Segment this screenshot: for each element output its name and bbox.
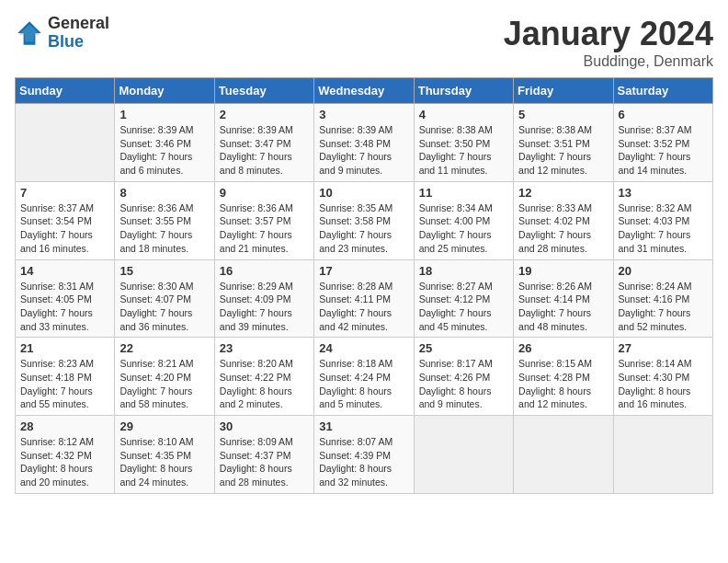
day-info: Sunrise: 8:14 AMSunset: 4:30 PMDaylight:…	[619, 357, 708, 411]
calendar-cell: 26Sunrise: 8:15 AMSunset: 4:28 PMDayligh…	[514, 338, 613, 416]
weekday-header-sunday: Sunday	[16, 78, 115, 104]
day-number: 7	[20, 186, 109, 200]
day-info: Sunrise: 8:18 AMSunset: 4:24 PMDaylight:…	[319, 357, 408, 411]
month-title: January 2024	[504, 15, 713, 53]
day-info: Sunrise: 8:36 AMSunset: 3:57 PMDaylight:…	[220, 201, 309, 256]
calendar-cell: 23Sunrise: 8:20 AMSunset: 4:22 PMDayligh…	[214, 338, 313, 416]
day-number: 6	[619, 108, 708, 121]
day-info: Sunrise: 8:07 AMSunset: 4:39 PMDaylight:…	[319, 435, 408, 489]
calendar-cell: 27Sunrise: 8:14 AMSunset: 4:30 PMDayligh…	[613, 338, 712, 416]
calendar-cell: 18Sunrise: 8:27 AMSunset: 4:12 PMDayligh…	[414, 259, 513, 338]
calendar-cell: 3Sunrise: 8:39 AMSunset: 3:48 PMDaylight…	[314, 104, 414, 182]
calendar-cell	[514, 416, 613, 494]
weekday-header-row: SundayMondayTuesdayWednesdayThursdayFrid…	[16, 78, 713, 104]
svg-marker-1	[19, 24, 40, 41]
day-number: 9	[220, 186, 309, 200]
weekday-header-friday: Friday	[514, 78, 613, 104]
calendar-cell: 14Sunrise: 8:31 AMSunset: 4:05 PMDayligh…	[16, 259, 115, 338]
calendar-cell	[16, 104, 115, 182]
day-number: 16	[220, 264, 309, 278]
calendar-cell: 21Sunrise: 8:23 AMSunset: 4:18 PMDayligh…	[16, 338, 115, 416]
calendar-cell: 24Sunrise: 8:18 AMSunset: 4:24 PMDayligh…	[314, 338, 414, 416]
day-info: Sunrise: 8:31 AMSunset: 4:05 PMDaylight:…	[20, 280, 109, 334]
day-number: 13	[619, 186, 708, 200]
logo-blue-text: Blue	[48, 33, 109, 52]
calendar-cell: 9Sunrise: 8:36 AMSunset: 3:57 PMDaylight…	[214, 181, 313, 259]
day-info: Sunrise: 8:28 AMSunset: 4:11 PMDaylight:…	[319, 280, 408, 334]
day-info: Sunrise: 8:37 AMSunset: 3:52 PMDaylight:…	[619, 123, 708, 178]
day-info: Sunrise: 8:29 AMSunset: 4:09 PMDaylight:…	[220, 280, 309, 334]
calendar-week-1: 1Sunrise: 8:39 AMSunset: 3:46 PMDaylight…	[16, 104, 713, 182]
calendar-cell: 20Sunrise: 8:24 AMSunset: 4:16 PMDayligh…	[613, 259, 712, 338]
day-info: Sunrise: 8:23 AMSunset: 4:18 PMDaylight:…	[20, 357, 109, 411]
day-info: Sunrise: 8:38 AMSunset: 3:51 PMDaylight:…	[518, 123, 608, 178]
day-info: Sunrise: 8:39 AMSunset: 3:47 PMDaylight:…	[220, 123, 309, 178]
calendar-cell	[613, 416, 712, 494]
day-number: 18	[419, 264, 508, 278]
calendar-cell: 5Sunrise: 8:38 AMSunset: 3:51 PMDaylight…	[514, 104, 613, 182]
calendar-cell: 15Sunrise: 8:30 AMSunset: 4:07 PMDayligh…	[115, 259, 214, 338]
calendar-cell: 7Sunrise: 8:37 AMSunset: 3:54 PMDaylight…	[16, 181, 115, 259]
day-number: 8	[119, 186, 209, 200]
calendar-cell: 19Sunrise: 8:26 AMSunset: 4:14 PMDayligh…	[514, 259, 613, 338]
calendar-cell: 2Sunrise: 8:39 AMSunset: 3:47 PMDaylight…	[214, 104, 313, 182]
day-info: Sunrise: 8:35 AMSunset: 3:58 PMDaylight:…	[319, 201, 408, 256]
calendar-cell: 10Sunrise: 8:35 AMSunset: 3:58 PMDayligh…	[314, 181, 414, 259]
calendar-cell: 4Sunrise: 8:38 AMSunset: 3:50 PMDaylight…	[414, 104, 513, 182]
logo-text: General Blue	[48, 15, 109, 52]
day-number: 1	[119, 108, 209, 121]
day-number: 10	[319, 186, 408, 200]
calendar-body: 1Sunrise: 8:39 AMSunset: 3:46 PMDaylight…	[16, 104, 713, 494]
calendar-cell: 16Sunrise: 8:29 AMSunset: 4:09 PMDayligh…	[214, 259, 313, 338]
day-info: Sunrise: 8:36 AMSunset: 3:55 PMDaylight:…	[119, 201, 209, 256]
day-info: Sunrise: 8:20 AMSunset: 4:22 PMDaylight:…	[220, 357, 309, 411]
logo-general-text: General	[48, 15, 109, 33]
location: Buddinge, Denmark	[504, 53, 713, 70]
calendar-cell	[414, 416, 513, 494]
calendar-cell: 1Sunrise: 8:39 AMSunset: 3:46 PMDaylight…	[115, 104, 214, 182]
weekday-header-wednesday: Wednesday	[314, 78, 414, 104]
day-number: 11	[419, 186, 508, 200]
weekday-header-thursday: Thursday	[414, 78, 513, 104]
day-number: 12	[518, 186, 608, 200]
day-number: 22	[119, 341, 209, 355]
day-number: 23	[220, 341, 309, 355]
calendar-cell: 25Sunrise: 8:17 AMSunset: 4:26 PMDayligh…	[414, 338, 513, 416]
day-number: 30	[220, 419, 309, 433]
logo: General Blue	[15, 15, 109, 52]
day-number: 17	[319, 264, 408, 278]
day-number: 21	[20, 341, 109, 355]
calendar-cell: 28Sunrise: 8:12 AMSunset: 4:32 PMDayligh…	[16, 416, 115, 494]
day-number: 26	[518, 341, 608, 355]
day-info: Sunrise: 8:26 AMSunset: 4:14 PMDaylight:…	[518, 280, 608, 334]
day-info: Sunrise: 8:21 AMSunset: 4:20 PMDaylight:…	[119, 357, 209, 411]
day-info: Sunrise: 8:15 AMSunset: 4:28 PMDaylight:…	[518, 357, 608, 411]
day-number: 2	[220, 108, 309, 121]
calendar-table: SundayMondayTuesdayWednesdayThursdayFrid…	[15, 77, 713, 494]
day-number: 25	[419, 341, 508, 355]
day-number: 31	[319, 419, 408, 433]
calendar-week-4: 21Sunrise: 8:23 AMSunset: 4:18 PMDayligh…	[16, 338, 713, 416]
day-number: 3	[319, 108, 408, 121]
day-info: Sunrise: 8:12 AMSunset: 4:32 PMDaylight:…	[20, 435, 109, 489]
day-number: 5	[518, 108, 608, 121]
day-number: 29	[119, 419, 209, 433]
day-info: Sunrise: 8:10 AMSunset: 4:35 PMDaylight:…	[119, 435, 209, 489]
day-info: Sunrise: 8:34 AMSunset: 4:00 PMDaylight:…	[419, 201, 508, 256]
day-info: Sunrise: 8:39 AMSunset: 3:48 PMDaylight:…	[319, 123, 408, 178]
day-info: Sunrise: 8:32 AMSunset: 4:03 PMDaylight:…	[619, 201, 708, 256]
page-header: General Blue January 2024 Buddinge, Denm…	[15, 15, 713, 70]
calendar-week-2: 7Sunrise: 8:37 AMSunset: 3:54 PMDaylight…	[16, 181, 713, 259]
day-info: Sunrise: 8:17 AMSunset: 4:26 PMDaylight:…	[419, 357, 508, 411]
calendar-cell: 30Sunrise: 8:09 AMSunset: 4:37 PMDayligh…	[214, 416, 313, 494]
day-info: Sunrise: 8:33 AMSunset: 4:02 PMDaylight:…	[518, 201, 608, 256]
day-info: Sunrise: 8:39 AMSunset: 3:46 PMDaylight:…	[119, 123, 209, 178]
day-number: 27	[619, 341, 708, 355]
day-number: 28	[20, 419, 109, 433]
calendar-cell: 29Sunrise: 8:10 AMSunset: 4:35 PMDayligh…	[115, 416, 214, 494]
weekday-header-monday: Monday	[115, 78, 214, 104]
day-number: 4	[419, 108, 508, 121]
calendar-cell: 17Sunrise: 8:28 AMSunset: 4:11 PMDayligh…	[314, 259, 414, 338]
day-number: 14	[20, 264, 109, 278]
day-info: Sunrise: 8:27 AMSunset: 4:12 PMDaylight:…	[419, 280, 508, 334]
